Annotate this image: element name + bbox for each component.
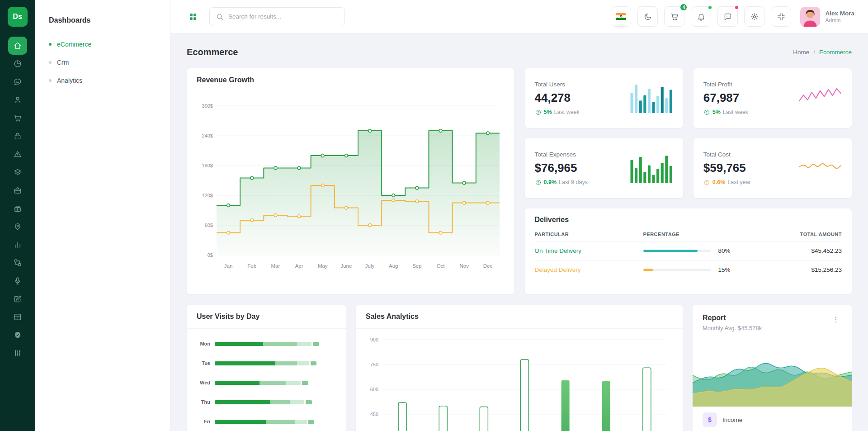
sales-analytics-card: Sales Analytics 900750600450 — [356, 305, 683, 431]
svg-text:60$: 60$ — [205, 223, 213, 228]
visits-day-label: Thu — [197, 399, 210, 405]
brand-logo[interactable]: Ds — [8, 7, 28, 27]
delivery-percent: 80% — [718, 247, 731, 254]
bullet-icon — [49, 43, 52, 46]
sidebar-table-icon[interactable] — [8, 308, 27, 326]
stat-sparkline — [798, 83, 842, 113]
language-flag-button[interactable] — [611, 6, 631, 27]
visits-day-label: Tue — [197, 360, 210, 366]
topbar: 4 Alex Mora — [170, 0, 868, 33]
sidebar-pie-chart-icon[interactable] — [8, 55, 27, 73]
messages-button[interactable] — [717, 6, 738, 27]
cart-button[interactable]: 4 — [664, 6, 684, 27]
apps-grid-icon[interactable] — [184, 8, 202, 26]
sidebar-sliders-icon[interactable] — [8, 344, 27, 362]
sidebar-home-icon[interactable] — [8, 37, 27, 55]
sidebar-briefcase-icon[interactable] — [8, 181, 27, 199]
nav-item-analytics[interactable]: Analytics — [49, 71, 156, 90]
report-subtitle: Monthly Avg. $45.578k — [703, 325, 762, 332]
breadcrumb: Home / Ecommerce — [793, 49, 852, 56]
visits-row-tue: Tue — [197, 360, 336, 366]
visits-day-label: Wed — [197, 380, 210, 385]
cart-badge: 4 — [679, 3, 688, 11]
svg-text:June: June — [340, 263, 352, 269]
nav-item-ecommerce[interactable]: eCommerce — [49, 35, 156, 53]
topbar-actions: 4 Alex Mora — [611, 6, 854, 27]
sidebar-bag-icon[interactable] — [8, 127, 27, 145]
stat-label: Total Users — [535, 81, 580, 88]
sidebar-mic-icon[interactable] — [8, 272, 27, 290]
settings-button[interactable] — [744, 6, 764, 27]
deliveries-column-header: Percentage — [643, 232, 770, 237]
report-legend: $Income — [693, 407, 852, 431]
sidebar-diagram-icon[interactable] — [8, 254, 27, 272]
visits-bar — [215, 400, 336, 404]
bullet-icon — [49, 79, 52, 82]
svg-text:Feb: Feb — [247, 263, 256, 269]
profile-menu[interactable]: Alex Mora Admin — [800, 7, 854, 27]
fullscreen-button[interactable] — [771, 6, 791, 27]
revenue-card-title: Revenue Growth — [197, 76, 254, 84]
sidebar-bar-chart-icon[interactable] — [8, 236, 27, 254]
revenue-chart: 0$60$120$180$240$300$JanFebMarAprMayJune… — [195, 98, 506, 279]
nav-item-crm[interactable]: Crm — [49, 53, 156, 71]
page-head: Ecommerce Home / Ecommerce — [187, 47, 852, 57]
sidebar-chat-icon[interactable] — [8, 73, 27, 91]
deliveries-row: On Time Delivery80%$45,452.23 — [535, 242, 842, 260]
visits-bar — [215, 361, 336, 365]
sidebar-alert-triangle-icon[interactable] — [8, 145, 27, 163]
deliveries-title: Deliveries — [535, 216, 842, 224]
visits-row-mon: Mon — [197, 341, 336, 346]
stat-delta-note: Last 9 days — [559, 179, 588, 185]
svg-text:Nov: Nov — [460, 263, 469, 269]
svg-text:Sep: Sep — [412, 263, 421, 269]
stat-value: 44,278 — [535, 91, 580, 105]
rail-icon-list — [8, 37, 27, 362]
svg-text:Oct: Oct — [437, 263, 445, 269]
breadcrumb-current: Ecommerce — [819, 49, 852, 56]
svg-text:180$: 180$ — [202, 163, 213, 168]
sidebar-map-pin-icon[interactable] — [8, 218, 27, 236]
sidebar-gift-icon[interactable] — [8, 199, 27, 218]
sidebar-cart-icon[interactable] — [8, 109, 27, 127]
legend-item-income: $Income — [693, 407, 852, 431]
search-icon — [215, 12, 224, 21]
svg-text:Aug: Aug — [389, 263, 398, 269]
sidebar-shield-icon[interactable] — [8, 326, 27, 344]
user-avatar — [800, 7, 820, 27]
deliveries-row: Delayed Delivery15%$15,256.23 — [535, 260, 842, 279]
svg-text:July: July — [365, 263, 375, 269]
breadcrumb-home[interactable]: Home — [793, 49, 809, 56]
nav-item-label: eCommerce — [57, 41, 91, 48]
visits-bar — [215, 420, 336, 424]
progress-bar — [643, 269, 711, 271]
stat-card-profit: Total Profit67,9875%Last week — [693, 68, 852, 128]
stat-card-expenses: Total Expenses$76,9650.9%Last 9 days — [525, 138, 683, 198]
deliveries-table-header: ParticularPercentageTotal Amount — [535, 227, 842, 242]
svg-text:Dec: Dec — [483, 263, 493, 269]
notification-dot — [708, 5, 712, 10]
notifications-button[interactable] — [691, 6, 711, 27]
icon-sidebar: Ds — [0, 0, 35, 431]
report-menu-button[interactable] — [830, 314, 842, 326]
sales-card-title: Sales Analytics — [366, 313, 419, 321]
deliveries-column-header: Total Amount — [769, 232, 842, 237]
page-content: Ecommerce Home / Ecommerce Revenue Growt… — [170, 33, 868, 431]
delivery-amount: $45,452.23 — [769, 247, 842, 254]
visits-row-thu: Thu — [197, 399, 336, 405]
sidebar-layers-icon[interactable] — [8, 163, 27, 181]
visits-bar — [215, 381, 336, 385]
stat-delta: 0.6% — [712, 179, 726, 185]
stat-card-cost: Total Cost$59,7650.6%Last year — [693, 138, 852, 198]
svg-text:450: 450 — [370, 412, 378, 417]
stat-delta-note: Last week — [554, 109, 580, 115]
theme-toggle-button[interactable] — [637, 6, 658, 27]
sidebar-edit-icon[interactable] — [8, 290, 27, 308]
nav-item-label: Analytics — [57, 77, 82, 84]
search-input[interactable] — [228, 13, 339, 20]
sidebar-user-icon[interactable] — [8, 91, 27, 109]
svg-text:120$: 120$ — [202, 193, 213, 198]
stat-label: Total Cost — [703, 151, 751, 158]
deliveries-card: Deliveries ParticularPercentageTotal Amo… — [525, 208, 852, 294]
stat-delta-note: Last year — [727, 179, 750, 185]
